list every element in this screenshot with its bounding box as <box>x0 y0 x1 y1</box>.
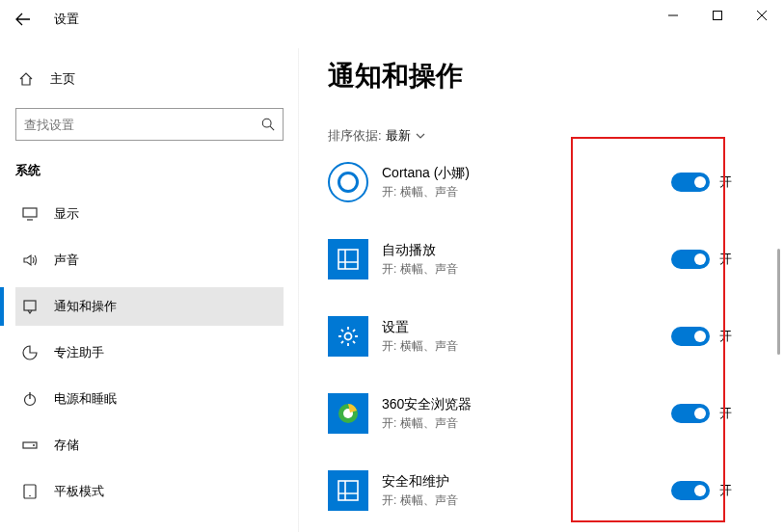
nav-notifications[interactable]: 通知和操作 <box>15 287 284 326</box>
svg-rect-0 <box>714 12 722 20</box>
home-nav[interactable]: 主页 <box>15 60 284 98</box>
nav-label: 显示 <box>54 205 79 223</box>
app-item-autoplay[interactable]: 自动播放 开: 横幅、声音 开 <box>328 239 761 279</box>
app-name: 设置 <box>382 319 671 336</box>
sort-value: 最新 <box>386 127 411 145</box>
app-item-cortana[interactable]: Cortana (小娜) 开: 横幅、声音 开 <box>328 162 761 202</box>
nav-storage[interactable]: 存储 <box>15 426 284 465</box>
toggle-switch[interactable] <box>671 404 710 423</box>
nav-group-header: 系统 <box>15 162 284 179</box>
nav-label: 声音 <box>54 252 79 269</box>
svg-rect-9 <box>338 250 358 269</box>
toggle-switch[interactable] <box>671 173 710 192</box>
minimize-button[interactable] <box>651 0 695 31</box>
toggle-label: 开 <box>719 482 732 499</box>
nav-focus-assist[interactable]: 专注助手 <box>15 333 284 372</box>
maximize-button[interactable] <box>695 0 740 31</box>
sort-dropdown[interactable]: 排序依据: 最新 <box>328 127 761 145</box>
svg-point-6 <box>33 444 35 446</box>
autoplay-icon <box>328 239 368 279</box>
back-button[interactable] <box>4 0 42 39</box>
search-icon <box>261 118 275 131</box>
nav-label: 通知和操作 <box>54 298 117 315</box>
svg-point-8 <box>29 495 31 497</box>
nav-label: 存储 <box>54 437 79 454</box>
app-subtext: 开: 横幅、声音 <box>382 492 671 509</box>
toggle-switch[interactable] <box>671 250 710 269</box>
back-arrow-icon <box>15 12 31 27</box>
nav-label: 平板模式 <box>54 483 104 500</box>
close-button[interactable] <box>740 0 784 31</box>
browser360-icon <box>328 393 368 434</box>
security-icon <box>328 470 368 511</box>
home-icon <box>15 71 37 87</box>
focus-icon <box>19 345 41 360</box>
window-controls <box>651 0 784 31</box>
notifications-icon <box>19 299 41 314</box>
tablet-icon <box>19 484 41 499</box>
app-subtext: 开: 横幅、声音 <box>382 415 671 432</box>
settings-icon <box>328 316 368 357</box>
app-item-security[interactable]: 安全和维护 开: 横幅、声音 开 <box>328 470 761 511</box>
toggle-label: 开 <box>719 328 732 345</box>
cortana-icon <box>328 162 368 202</box>
search-input[interactable] <box>24 118 261 132</box>
nav-sound[interactable]: 声音 <box>15 241 284 279</box>
toggle-label: 开 <box>719 251 732 268</box>
window-title: 设置 <box>54 11 79 28</box>
display-icon <box>19 206 41 222</box>
svg-rect-2 <box>23 208 37 217</box>
app-subtext: 开: 横幅、声音 <box>382 184 671 200</box>
nav-label: 专注助手 <box>54 344 104 361</box>
app-name: 360安全浏览器 <box>382 396 671 413</box>
sidebar: 主页 系统 显示 声音 通知和操作 <box>0 39 299 532</box>
svg-point-1 <box>262 119 271 127</box>
scrollbar-thumb[interactable] <box>777 249 780 355</box>
app-subtext: 开: 横幅、声音 <box>382 261 671 278</box>
page-title: 通知和操作 <box>328 58 761 94</box>
home-label: 主页 <box>50 70 75 88</box>
toggle-label: 开 <box>719 173 732 191</box>
nav-power-sleep[interactable]: 电源和睡眠 <box>15 380 284 418</box>
app-name: Cortana (小娜) <box>382 165 671 182</box>
minimize-icon <box>668 11 678 20</box>
app-name: 自动播放 <box>382 242 671 259</box>
sound-icon <box>19 253 41 268</box>
app-name: 安全和维护 <box>382 473 671 491</box>
power-icon <box>19 391 41 407</box>
close-icon <box>757 11 767 20</box>
app-item-settings[interactable]: 设置 开: 横幅、声音 开 <box>328 316 761 357</box>
nav-display[interactable]: 显示 <box>15 195 284 233</box>
maximize-icon <box>713 11 722 20</box>
storage-icon <box>19 438 41 453</box>
content-area: 通知和操作 排序依据: 最新 Cortana (小娜) 开: 横幅、声音 开 <box>299 39 784 532</box>
nav-label: 电源和睡眠 <box>54 390 117 408</box>
app-item-360browser[interactable]: 360安全浏览器 开: 横幅、声音 开 <box>328 393 761 434</box>
search-box[interactable] <box>15 108 284 141</box>
sort-label: 排序依据: <box>328 127 382 145</box>
svg-rect-13 <box>338 481 358 500</box>
toggle-label: 开 <box>719 405 732 422</box>
app-subtext: 开: 横幅、声音 <box>382 338 671 355</box>
svg-rect-3 <box>24 301 36 310</box>
nav-tablet-mode[interactable]: 平板模式 <box>15 472 284 511</box>
toggle-switch[interactable] <box>671 481 710 500</box>
chevron-down-icon <box>415 130 426 142</box>
toggle-switch[interactable] <box>671 327 710 346</box>
app-list: Cortana (小娜) 开: 横幅、声音 开 自动播放 开: 横幅、声音 <box>328 162 761 511</box>
svg-point-10 <box>345 333 352 340</box>
